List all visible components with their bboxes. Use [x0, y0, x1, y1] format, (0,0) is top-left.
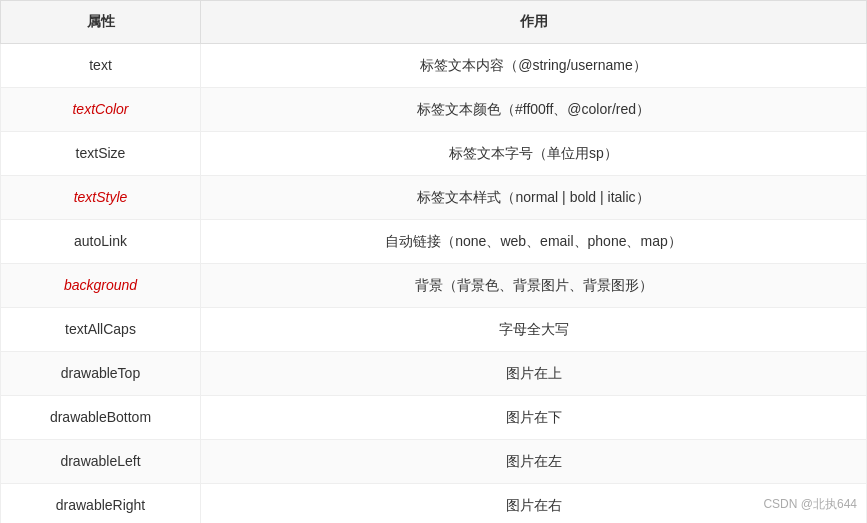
- table-body: text标签文本内容（@string/username）textColor标签文…: [1, 44, 867, 524]
- table-row: drawableRight图片在右: [1, 484, 867, 524]
- table-row: textColor标签文本颜色（#ff00ff、@color/red）: [1, 88, 867, 132]
- attr-cell: drawableRight: [1, 484, 201, 524]
- attr-cell: drawableLeft: [1, 440, 201, 484]
- attr-cell: textStyle: [1, 176, 201, 220]
- table-row: autoLink自动链接（none、web、email、phone、map）: [1, 220, 867, 264]
- attr-cell: drawableBottom: [1, 396, 201, 440]
- attr-cell: drawableTop: [1, 352, 201, 396]
- desc-cell: 图片在左: [201, 440, 867, 484]
- attr-cell: text: [1, 44, 201, 88]
- table-row: drawableBottom图片在下: [1, 396, 867, 440]
- desc-cell: 背景（背景色、背景图片、背景图形）: [201, 264, 867, 308]
- table-row: textStyle标签文本样式（normal | bold | italic）: [1, 176, 867, 220]
- attr-cell: textSize: [1, 132, 201, 176]
- desc-cell: 图片在上: [201, 352, 867, 396]
- header-attr: 属性: [1, 1, 201, 44]
- desc-cell: 标签文本颜色（#ff00ff、@color/red）: [201, 88, 867, 132]
- attr-cell: textAllCaps: [1, 308, 201, 352]
- attr-cell: background: [1, 264, 201, 308]
- desc-cell: 标签文本内容（@string/username）: [201, 44, 867, 88]
- desc-cell: 自动链接（none、web、email、phone、map）: [201, 220, 867, 264]
- attr-cell: textColor: [1, 88, 201, 132]
- table-header-row: 属性 作用: [1, 1, 867, 44]
- table-row: text标签文本内容（@string/username）: [1, 44, 867, 88]
- attr-cell: autoLink: [1, 220, 201, 264]
- properties-table: 属性 作用 text标签文本内容（@string/username）textCo…: [0, 0, 867, 523]
- table-row: textAllCaps字母全大写: [1, 308, 867, 352]
- desc-cell: 字母全大写: [201, 308, 867, 352]
- table-row: drawableTop图片在上: [1, 352, 867, 396]
- table-row: textSize标签文本字号（单位用sp）: [1, 132, 867, 176]
- watermark: CSDN @北执644: [763, 496, 857, 513]
- desc-cell: 标签文本字号（单位用sp）: [201, 132, 867, 176]
- table-row: background背景（背景色、背景图片、背景图形）: [1, 264, 867, 308]
- table-container: 属性 作用 text标签文本内容（@string/username）textCo…: [0, 0, 867, 523]
- desc-cell: 图片在下: [201, 396, 867, 440]
- desc-cell: 标签文本样式（normal | bold | italic）: [201, 176, 867, 220]
- table-row: drawableLeft图片在左: [1, 440, 867, 484]
- header-desc: 作用: [201, 1, 867, 44]
